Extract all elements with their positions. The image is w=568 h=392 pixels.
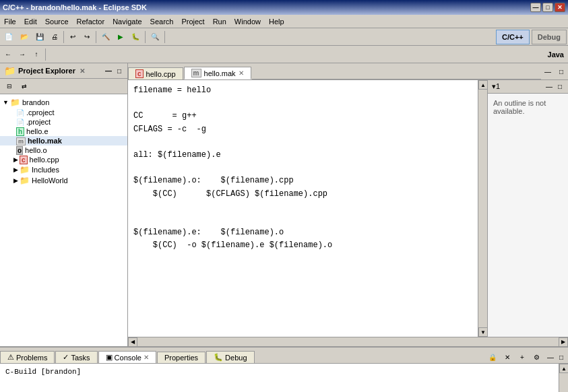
tree-item-project[interactable]: 📄 .project [0, 117, 127, 127]
bottom-tab-controls[interactable]: 🔒 ✕ + ⚙ — □ [486, 351, 568, 363]
tab-debug[interactable]: 🐛 Debug [206, 351, 254, 363]
redo-button[interactable]: ↪ [80, 30, 94, 44]
console-new-btn[interactable]: + [515, 351, 529, 363]
tab-hellocpp-icon: c [135, 69, 144, 78]
console-clear-btn[interactable]: ✕ [501, 351, 514, 363]
console-settings-btn[interactable]: ⚙ [530, 351, 544, 363]
hellomak-icon: m [16, 137, 26, 145]
code-line-12: $(filename).e: $(filename).o [133, 226, 472, 239]
code-line-3: CC = g++ [133, 110, 472, 123]
scroll-up-arrow[interactable]: ▲ [478, 80, 487, 90]
build-button[interactable]: 🔨 [98, 30, 113, 44]
debug-button[interactable]: 🐛 [128, 30, 143, 44]
tree-item-helloworld[interactable]: ▶ 📁 HelloWorld [0, 175, 127, 186]
back-button[interactable]: ← [1, 47, 15, 62]
outline-maximize[interactable]: □ [556, 82, 564, 91]
tree-item-cproject[interactable]: 📄 .cproject [0, 108, 127, 117]
tab-tasks[interactable]: ✓ Tasks [55, 351, 97, 363]
scroll-down-arrow[interactable]: ▼ [478, 327, 487, 337]
expand-includes[interactable]: ▶ [13, 166, 18, 173]
tree-item-helloo[interactable]: o hello.o [0, 145, 127, 155]
cproject-icon: 📄 [16, 109, 24, 117]
menu-navigate[interactable]: Navigate [108, 16, 146, 27]
pe-collapse-all[interactable]: ⊟ [3, 80, 16, 92]
menu-run[interactable]: Run [209, 16, 230, 27]
outline-controls[interactable]: — □ [544, 82, 564, 91]
undo-button[interactable]: ↩ [66, 30, 80, 44]
editor-max-button[interactable]: □ [555, 64, 568, 79]
tab-console[interactable]: ▣ Console ✕ [98, 351, 156, 363]
console-tab-close[interactable]: ✕ [144, 354, 149, 361]
tree-item-brandon[interactable]: ▼ 📁 brandon [0, 97, 127, 108]
tab-bar-spacer [252, 79, 541, 79]
project-tree[interactable]: ▼ 📁 brandon 📄 .cproject 📄 .project h hel… [0, 94, 127, 346]
bottom-minimize[interactable]: — [545, 353, 556, 362]
project-explorer-panel: 📁 Project Explorer ✕ — □ ⊟ ⇄ ▼ 📁 brandon… [0, 63, 128, 346]
scroll-right-arrow[interactable]: ▶ [559, 337, 568, 347]
open-button[interactable]: 📂 [17, 30, 32, 44]
menu-help[interactable]: Help [265, 16, 288, 27]
run-button[interactable]: ▶ [114, 30, 127, 44]
code-line-7 [133, 162, 472, 174]
scroll-left-arrow[interactable]: ◀ [128, 337, 137, 347]
pe-maximize[interactable]: □ [115, 67, 123, 75]
expand-hellocpp[interactable]: ▶ [13, 156, 18, 163]
search-button[interactable]: 🔍 [148, 30, 162, 44]
debug-perspective-label: Debug [538, 33, 561, 41]
forward-button[interactable]: → [15, 47, 29, 62]
print-button[interactable]: 🖨 [48, 30, 61, 44]
window-controls[interactable]: — □ ✕ [530, 3, 565, 12]
menu-refactor[interactable]: Refactor [73, 16, 109, 27]
tree-item-hellomak[interactable]: m hello.mak [0, 136, 127, 145]
menu-search[interactable]: Search [146, 16, 178, 27]
pe-link-editor[interactable]: ⇄ [18, 80, 31, 92]
menu-window[interactable]: Window [230, 16, 265, 27]
menu-source[interactable]: Source [41, 16, 73, 27]
expand-brandon[interactable]: ▼ [3, 99, 9, 106]
pe-close-x: ✕ [80, 67, 85, 75]
code-editor[interactable]: filename = hello CC = g++ CFLAGS = -c -g… [128, 80, 478, 337]
scroll-thumb[interactable] [478, 90, 487, 327]
project-explorer-header: 📁 Project Explorer ✕ — □ [0, 63, 127, 79]
console-scroll-up[interactable]: ▲ [559, 364, 568, 373]
debug-perspective[interactable]: Debug [532, 30, 567, 44]
up-button[interactable]: ↑ [30, 47, 43, 62]
console-output[interactable]: C-Build [brandon] **** Build of configur… [0, 364, 559, 392]
separator-5 [45, 48, 46, 61]
pe-minimize[interactable]: — [103, 67, 114, 75]
cpp-perspective[interactable]: C/C++ [496, 30, 530, 44]
tab-hellocpp[interactable]: c hello.cpp [128, 67, 183, 79]
editor-v-scrollbar[interactable]: ▲ ▼ [478, 80, 487, 337]
title-bar-title: C/C++ - brandon/hello.mak - Eclipse SDK [3, 3, 147, 11]
code-line-13: $(CC) -o $(filename).e $(filename).o [133, 239, 472, 252]
new-button[interactable]: 📄 [1, 30, 16, 44]
tab-problems[interactable]: ⚠ Problems [0, 351, 55, 363]
expand-helloworld[interactable]: ▶ [13, 177, 18, 184]
tab-hellomak-label: hello.mak [204, 69, 236, 77]
save-button[interactable]: 💾 [32, 30, 47, 44]
menu-edit[interactable]: Edit [20, 16, 41, 27]
tree-item-includes[interactable]: ▶ 📁 Includes [0, 164, 127, 175]
menu-file[interactable]: File [0, 16, 20, 27]
maximize-button[interactable]: □ [542, 3, 553, 12]
console-scroll-thumb[interactable] [559, 373, 568, 392]
code-line-9: $(CC) $(CFLAGS) $(filename).cpp [133, 188, 472, 201]
tree-item-helloe[interactable]: h hello.e [0, 127, 127, 136]
editor-min-button[interactable]: — [541, 64, 555, 79]
minimize-button[interactable]: — [530, 3, 541, 12]
tab-hellomak[interactable]: m hello.mak ✕ [184, 67, 251, 79]
editor-h-scrollbar[interactable]: ◀ ▶ [128, 337, 568, 346]
console-v-scrollbar[interactable]: ▲ ▼ [559, 364, 568, 392]
console-lock-btn[interactable]: 🔒 [486, 351, 499, 363]
outline-minimize[interactable]: — [544, 82, 555, 91]
tab-properties[interactable]: Properties [157, 352, 206, 363]
bottom-maximize[interactable]: □ [557, 353, 565, 362]
pe-controls[interactable]: — □ [103, 67, 123, 75]
menu-project[interactable]: Project [177, 16, 208, 27]
close-button[interactable]: ✕ [555, 3, 565, 12]
console-icon: ▣ [106, 353, 113, 362]
tree-item-hellocpp[interactable]: ▶ c hello.cpp [0, 155, 127, 164]
tab-hellomak-close[interactable]: ✕ [239, 69, 244, 77]
java-perspective-label[interactable]: Java [545, 51, 567, 59]
outline-panel: ▾1 — □ An outline is not available. [487, 80, 568, 337]
